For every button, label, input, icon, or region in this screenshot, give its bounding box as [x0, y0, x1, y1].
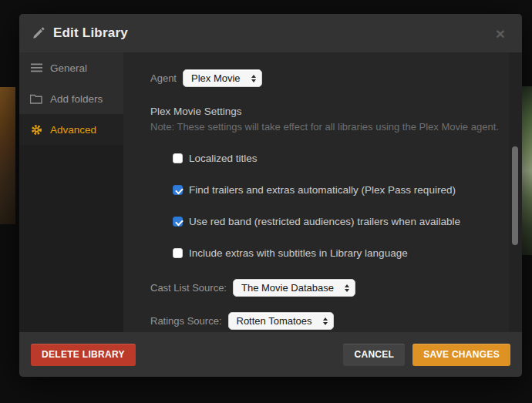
sidebar-item-label: Advanced: [50, 124, 96, 136]
sidebar-item-add-folders[interactable]: Add folders: [19, 83, 123, 114]
advanced-settings-panel: Agent Plex Movie Plex Movie Settings Not…: [123, 52, 522, 332]
delete-library-button[interactable]: DELETE LIBRARY: [31, 344, 136, 366]
background-poster-left: [0, 87, 15, 224]
sidebar-item-label: General: [50, 62, 87, 74]
checkbox-label: Find trailers and extras automatically (…: [189, 184, 456, 196]
pencil-icon: [32, 26, 45, 40]
agent-label: Agent: [150, 72, 177, 84]
sidebar-item-label: Add folders: [50, 93, 103, 105]
save-changes-button[interactable]: SAVE CHANGES: [412, 344, 510, 366]
checkbox-label: Use red band (restricted audiences) trai…: [189, 216, 460, 227]
ratings-source-value: Rotten Tomatoes: [237, 315, 312, 327]
section-heading: Plex Movie Settings: [150, 106, 522, 117]
ratings-source-select[interactable]: Rotten Tomatoes: [228, 312, 334, 330]
edit-library-dialog: Edit Library × General Add folders: [19, 14, 522, 377]
sidebar-item-general[interactable]: General: [19, 52, 123, 83]
checkbox-label: Localized titles: [189, 153, 258, 164]
dialog-footer: DELETE LIBRARY CANCEL SAVE CHANGES: [19, 332, 522, 377]
checkbox-icon[interactable]: [173, 153, 183, 163]
checkbox-icon[interactable]: [173, 217, 183, 227]
checkbox-row-red-band-trailers[interactable]: Use red band (restricted audiences) trai…: [150, 216, 522, 227]
agent-row: Agent Plex Movie: [150, 69, 522, 87]
ratings-source-label: Ratings Source:: [150, 315, 222, 327]
sidebar-item-advanced[interactable]: Advanced: [19, 114, 123, 145]
close-icon[interactable]: ×: [491, 24, 510, 43]
cast-list-source-row: Cast List Source: The Movie Database: [150, 279, 522, 297]
gear-icon: [30, 123, 42, 136]
folder-icon: [30, 92, 42, 105]
select-arrows-icon: [323, 317, 328, 325]
cast-list-source-value: The Movie Database: [241, 282, 334, 294]
cast-list-source-select[interactable]: The Movie Database: [233, 279, 355, 297]
list-icon: [30, 62, 42, 74]
checkbox-row-find-trailers[interactable]: Find trailers and extras automatically (…: [150, 184, 522, 196]
dialog-header: Edit Library ×: [19, 14, 522, 52]
select-arrows-icon: [345, 284, 349, 292]
dialog-title: Edit Library: [53, 25, 128, 41]
scrollbar-thumb[interactable]: [512, 146, 518, 245]
checkbox-row-extras-subtitles[interactable]: Include extras with subtitles in Library…: [150, 247, 522, 259]
checkbox-label: Include extras with subtitles in Library…: [189, 247, 408, 259]
dialog-sidebar: General Add folders Advanced: [19, 52, 123, 332]
checkbox-icon[interactable]: [173, 185, 183, 195]
agent-select[interactable]: Plex Movie: [183, 69, 262, 87]
section-note: Note: These settings will take effect fo…: [150, 121, 522, 133]
agent-select-value: Plex Movie: [191, 72, 241, 84]
select-arrows-icon: [251, 75, 256, 82]
cast-list-source-label: Cast List Source:: [150, 282, 227, 294]
checkbox-row-localized-titles[interactable]: Localized titles: [150, 153, 522, 164]
checkbox-icon[interactable]: [173, 248, 183, 258]
cancel-button[interactable]: CANCEL: [343, 344, 405, 366]
ratings-source-row: Ratings Source: Rotten Tomatoes: [150, 312, 522, 330]
